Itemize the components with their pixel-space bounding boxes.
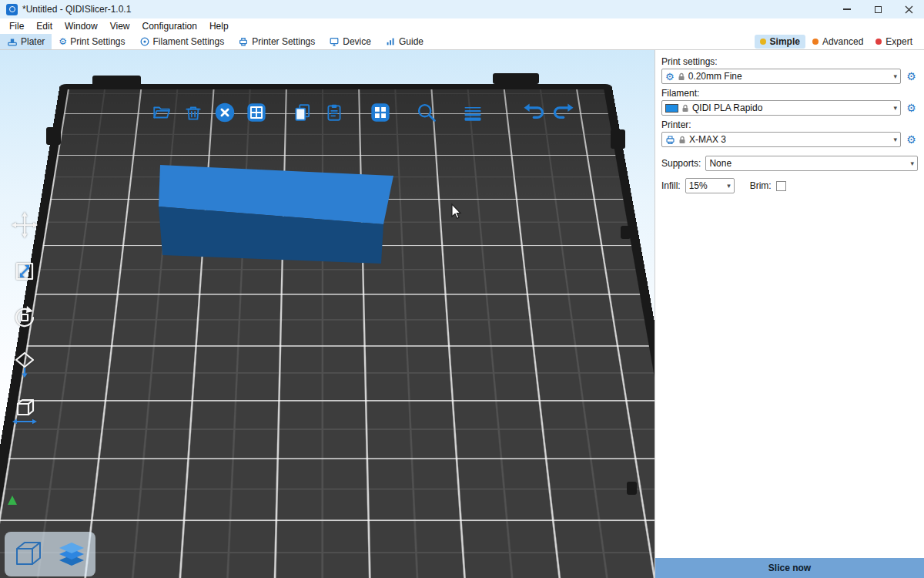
- redo-button[interactable]: [553, 101, 576, 124]
- preview-button[interactable]: [52, 535, 91, 573]
- tab-device[interactable]: Device: [322, 34, 378, 49]
- 3d-viewport[interactable]: [0, 50, 654, 578]
- supports-value: None: [709, 158, 907, 169]
- printer-label: Printer:: [661, 119, 918, 130]
- maximize-icon: [875, 6, 882, 13]
- search-icon: [416, 102, 437, 123]
- scale-button[interactable]: [8, 254, 42, 288]
- print-settings-value: 0.20mm Fine: [688, 71, 891, 82]
- printer-row: X-MAX 3 ▾ ⚙: [661, 132, 918, 147]
- variable-layer-height-button[interactable]: [461, 101, 484, 124]
- chevron-down-icon: ▾: [893, 72, 897, 80]
- move-button[interactable]: [8, 208, 42, 242]
- lock-icon: [678, 136, 686, 144]
- paste-icon: [324, 102, 344, 123]
- place-on-face-icon: [9, 348, 40, 379]
- filament-color-swatch: [665, 104, 678, 113]
- menu-window[interactable]: Window: [59, 18, 104, 34]
- guide-icon: [385, 36, 396, 47]
- search-button[interactable]: [415, 101, 438, 124]
- rotate-button[interactable]: [8, 301, 42, 334]
- bed-clip: [46, 127, 61, 145]
- infill-value: 15%: [689, 180, 724, 191]
- print-settings-icon: ⚙: [59, 37, 67, 46]
- editor-view-button[interactable]: [9, 535, 48, 573]
- undo-button[interactable]: [521, 101, 544, 124]
- tab-label: Device: [343, 36, 371, 47]
- bed-origin-marker: [8, 496, 17, 505]
- mode-expert[interactable]: Expert: [870, 35, 918, 49]
- tab-filament-settings[interactable]: Filament Settings: [132, 34, 232, 49]
- arrange-button[interactable]: [245, 101, 268, 124]
- menu-file[interactable]: File: [3, 18, 30, 34]
- bed-clip: [611, 129, 625, 149]
- rotate-icon: [9, 302, 40, 333]
- filament-value: QIDI PLA Rapido: [692, 102, 890, 113]
- chevron-down-icon: ▾: [727, 182, 731, 190]
- app-logo-icon: [6, 4, 18, 15]
- print-settings-gear-button[interactable]: ⚙: [905, 70, 918, 82]
- print-settings-combo[interactable]: ⚙ 0.20mm Fine ▾: [661, 69, 901, 84]
- tab-label: Print Settings: [70, 36, 125, 47]
- infill-combo[interactable]: 15% ▾: [685, 178, 735, 193]
- copy-icon: [293, 102, 313, 123]
- mode-switcher: Simple Advanced Expert: [755, 35, 924, 49]
- simple-mode-dot-icon: [760, 39, 766, 45]
- print-bed-wrap: [0, 50, 654, 578]
- tab-label: Filament Settings: [153, 36, 225, 47]
- paste-button[interactable]: [323, 101, 346, 124]
- window-title: *Untitled - QIDISlicer-1.0.1: [22, 4, 131, 15]
- close-button[interactable]: [893, 0, 924, 18]
- filament-icon: [139, 36, 150, 47]
- tab-bar: Plater ⚙ Print Settings Filament Setting…: [0, 34, 924, 50]
- mode-simple[interactable]: Simple: [755, 35, 805, 49]
- bed-clip: [92, 76, 141, 86]
- undo-icon: [521, 101, 544, 124]
- infill-label: Infill:: [661, 180, 681, 191]
- printer-combo[interactable]: X-MAX 3 ▾: [661, 132, 901, 147]
- main-area: Print settings: ⚙ 0.20mm Fine ▾ ⚙ Filame…: [0, 50, 924, 578]
- menu-edit[interactable]: Edit: [30, 18, 59, 34]
- brim-checkbox[interactable]: [776, 181, 786, 191]
- scale-icon: [9, 256, 40, 287]
- 3d-view-cube-icon: [11, 536, 46, 572]
- place-on-face-button[interactable]: [8, 347, 42, 381]
- filament-combo[interactable]: QIDI PLA Rapido ▾: [661, 100, 901, 116]
- delete-all-button[interactable]: [213, 101, 236, 124]
- tab-label: Printer Settings: [252, 36, 315, 47]
- print-bed: [0, 84, 654, 578]
- open-button[interactable]: [150, 101, 173, 124]
- menu-help[interactable]: Help: [203, 18, 235, 34]
- menu-bar: File Edit Window View Configuration Help: [0, 18, 924, 34]
- advanced-mode-dot-icon: [812, 39, 819, 45]
- slice-now-button[interactable]: Slice now: [655, 558, 924, 578]
- tab-printer-settings[interactable]: Printer Settings: [231, 34, 322, 49]
- infill-brim-row: Infill: 15% ▾ Brim:: [661, 178, 918, 193]
- move-icon: [9, 210, 40, 240]
- supports-combo[interactable]: None ▾: [705, 156, 918, 171]
- split-button[interactable]: [369, 101, 392, 124]
- menu-configuration[interactable]: Configuration: [136, 18, 203, 34]
- redo-icon: [553, 101, 576, 124]
- copy-button[interactable]: [291, 101, 314, 124]
- window-controls: [832, 0, 924, 18]
- printer-gear-button[interactable]: ⚙: [905, 133, 918, 146]
- measure-button[interactable]: [8, 393, 42, 427]
- mode-advanced[interactable]: Advanced: [807, 35, 869, 49]
- sliced-layers-icon: [54, 536, 89, 572]
- chevron-down-icon: ▾: [893, 104, 897, 112]
- tab-print-settings[interactable]: ⚙ Print Settings: [52, 34, 132, 49]
- open-folder-icon: [152, 102, 172, 123]
- tab-guide[interactable]: Guide: [378, 34, 430, 49]
- maximize-button[interactable]: [862, 0, 893, 18]
- profile-gear-icon: ⚙: [665, 72, 675, 82]
- print-settings-row: ⚙ 0.20mm Fine ▾ ⚙: [661, 69, 918, 84]
- lock-icon: [681, 104, 689, 113]
- mode-label: Expert: [886, 36, 912, 47]
- menu-view[interactable]: View: [104, 18, 136, 34]
- minimize-button[interactable]: [832, 0, 862, 18]
- filament-gear-button[interactable]: ⚙: [905, 102, 918, 114]
- delete-button[interactable]: [182, 101, 205, 124]
- printer-icon: [665, 135, 675, 145]
- tab-plater[interactable]: Plater: [0, 34, 52, 49]
